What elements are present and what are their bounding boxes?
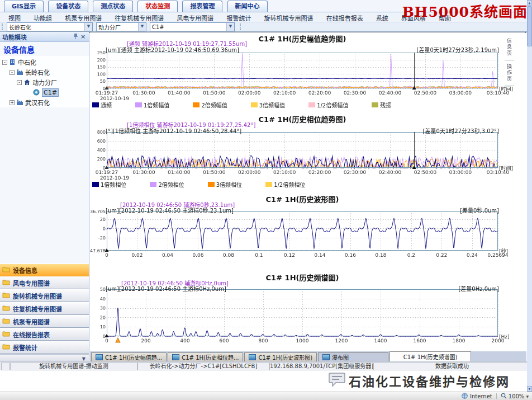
tab-gis[interactable]: GIS显示 bbox=[4, 1, 44, 12]
plant-combo[interactable]: 动力分厂 ▼ bbox=[96, 22, 146, 31]
factory-icon bbox=[16, 69, 23, 76]
legend-item: 1倍频相位 bbox=[92, 180, 126, 189]
status-bar: 旋转机械专用图谱-振动监测 长岭石化->动力分厂->C1#[CLSHDLCFB]… bbox=[0, 361, 532, 370]
phase-trend-panel: C1# 1H(历史相位趋势图) [1倍频相位 辅游标2012-10-19 01:… bbox=[90, 113, 525, 193]
legend-item: 1/2倍频相位 bbox=[265, 180, 305, 189]
tab-report-manage[interactable]: 报表管理 bbox=[182, 1, 222, 12]
company-icon bbox=[9, 59, 16, 65]
tree-toggle-icon[interactable]: - bbox=[2, 60, 7, 65]
close-icon[interactable]: × bbox=[79, 33, 87, 40]
plant-icon bbox=[23, 79, 31, 86]
tab-waterfall[interactable]: 瀑布图 bbox=[318, 352, 388, 361]
scroll-up-icon[interactable]: ▲ bbox=[527, 0, 532, 6]
callout-icon bbox=[329, 372, 345, 389]
legend-swatch bbox=[208, 182, 215, 187]
tab-news-center[interactable]: 新闻中心 bbox=[227, 1, 268, 12]
nav-rotary-charts[interactable]: 旋转机械专用图谱 bbox=[0, 289, 89, 302]
tree-node-label: 武汉石化 bbox=[25, 98, 50, 107]
tree-node-c1[interactable]: C1# bbox=[0, 87, 89, 97]
tree-node-label: C1# bbox=[42, 88, 59, 97]
device-icon bbox=[33, 89, 40, 96]
legend-swatch bbox=[193, 102, 200, 107]
legend-swatch bbox=[135, 102, 142, 107]
tree-toggle-icon bbox=[26, 90, 31, 95]
side-page-tabs: 信息页 操作页 bbox=[505, 35, 515, 86]
cursor-delta-readout: [差量0Hz,0um] bbox=[458, 284, 499, 293]
tab-point-status[interactable]: 测点状态 bbox=[93, 1, 133, 12]
legend-swatch bbox=[150, 182, 156, 187]
operation-page-tab[interactable]: 操作页 bbox=[505, 60, 514, 86]
tab-condition-monitor[interactable]: 状态监测 bbox=[137, 1, 178, 12]
toolbar-grip[interactable] bbox=[240, 23, 243, 30]
chevron-down-icon[interactable]: ▼ bbox=[84, 23, 92, 31]
pin-icon[interactable] bbox=[72, 33, 79, 41]
nav-button-label: 往复机械专用图谱 bbox=[13, 304, 62, 313]
legend-swatch bbox=[308, 102, 315, 107]
scroll-down-icon[interactable]: ▼ bbox=[527, 386, 532, 392]
legend-item: 3倍频幅值 bbox=[251, 101, 285, 109]
main-cursor-readout: [um][2012-10-19 02:46:50 主游标0秒,23.1um] bbox=[106, 206, 234, 214]
device-tree: - 中石化 - 长岭石化 - 动力分厂 C1# + bbox=[0, 56, 89, 107]
tree-node-wuhan[interactable]: + 武汉石化 bbox=[0, 97, 89, 107]
watermark-text: 石油化工设备维护与检修网 bbox=[349, 371, 510, 389]
company-combo[interactable]: 长岭石化 ▼ bbox=[7, 22, 93, 31]
tab-spectrum[interactable]: C1# 1H(历史频谱图) bbox=[390, 351, 471, 361]
zoom-dropdown-icon[interactable]: ▼ bbox=[526, 394, 529, 398]
tab-waveform[interactable]: C1# 1H(历史波形图) bbox=[244, 352, 317, 361]
tree-node-power-plant[interactable]: - 动力分厂 bbox=[0, 77, 89, 87]
folder-icon bbox=[2, 279, 10, 287]
sidebar: 功能模块 × 设备信息 - 中石化 - 长岭石化 - 动力分厂 bbox=[0, 32, 89, 363]
tree-toggle-icon[interactable]: - bbox=[10, 70, 15, 75]
watermark: 石油化工设备维护与检修网 bbox=[329, 371, 510, 389]
chart-legend: 1倍频相位2倍频相位3倍频相位1/2倍频相位 bbox=[92, 180, 329, 189]
page-title: BH5000系统画面 bbox=[402, 1, 528, 21]
chart-tab-label: C1# 1H(历史波形图) bbox=[258, 353, 312, 361]
tree-toggle-icon[interactable]: + bbox=[10, 100, 15, 105]
nav-button-label: 设备信息 bbox=[13, 266, 37, 275]
legend-item: 通频 bbox=[92, 101, 112, 109]
sidebar-panel-title: 功能模块 bbox=[2, 32, 27, 41]
plant-combo-value: 动力分厂 bbox=[97, 23, 138, 31]
chevron-down-icon[interactable]: ▼ bbox=[138, 23, 146, 31]
tab-amplitude-trend[interactable]: C1# 1H(历史幅值趋... bbox=[91, 352, 167, 361]
device-info-title: 设备信息 bbox=[0, 42, 89, 56]
toolbar-grip[interactable] bbox=[2, 23, 5, 30]
nav-recip-charts[interactable]: 往复机械专用图谱 bbox=[0, 302, 89, 315]
page-scrollbar[interactable]: ▲ ▼ bbox=[527, 0, 532, 392]
legend-item: 1/2倍频幅值 bbox=[308, 101, 348, 109]
chart-legend: 通频1倍频幅值2倍频幅值3倍频幅值1/2倍频幅值残振 bbox=[92, 101, 415, 109]
tree-node-sinopec[interactable]: - 中石化 bbox=[0, 57, 89, 67]
selection-toolbar: 长岭石化 ▼ 动力分厂 ▼ C1# ▼ bbox=[0, 22, 532, 32]
chart-tab-label: C1# 1H(历史相位趋... bbox=[182, 353, 239, 361]
nav-online-reports[interactable]: 在线报告报表 bbox=[0, 328, 89, 341]
status-device-path: 长岭石化->动力分厂->C1#[CLSHDLCFB] bbox=[137, 363, 269, 370]
scrollbar-thumb[interactable] bbox=[527, 6, 532, 46]
legend-swatch bbox=[372, 102, 378, 107]
tree-toggle-icon[interactable]: - bbox=[17, 80, 22, 85]
sidebar-header: 功能模块 × bbox=[0, 32, 89, 42]
nav-button-label: 报警统计 bbox=[13, 343, 37, 352]
cursor-delta-readout: [差量0秒,0um] bbox=[460, 206, 499, 214]
chart-tab-label: C1# 1H(历史幅值趋... bbox=[105, 353, 162, 361]
tree-node-label: 中石化 bbox=[18, 58, 36, 67]
info-page-tab[interactable]: 信息页 bbox=[505, 35, 514, 60]
nav-pump-charts[interactable]: 机泵专用图谱 bbox=[0, 315, 89, 328]
tab-device-status[interactable]: 设备状态 bbox=[48, 1, 88, 12]
nav-device-info[interactable]: 设备信息 bbox=[0, 263, 89, 276]
trend-chart-icon bbox=[172, 354, 179, 360]
main-cursor-readout: [um][2012-10-19 02:46:50 主游标0Hz,0um] bbox=[106, 284, 226, 293]
legend-swatch bbox=[92, 182, 99, 187]
waveform-panel: C1# 1H(历史波形图) [2012-10-19 02:46:50 辅游标0秒… bbox=[90, 193, 525, 271]
tree-node-changling[interactable]: - 长岭石化 bbox=[0, 67, 89, 77]
nav-alarm-stats[interactable]: 报警统计 bbox=[0, 341, 89, 354]
main-cursor-readout: [um][通频 主游标2012-10-19 02:46:50,69.36um] bbox=[106, 45, 239, 54]
zoom-level[interactable]: 100% bbox=[509, 393, 525, 399]
main-cursor-readout: [°][1倍频相位 主游标2012-10-19 02:46:50,28.44°] bbox=[106, 126, 241, 135]
waterfall-chart-icon bbox=[322, 354, 330, 360]
nav-wind-charts[interactable]: 风电专用图谱 bbox=[0, 276, 89, 289]
browser-status-bar: Internet 100% ▼ bbox=[0, 392, 532, 400]
tab-phase-trend[interactable]: C1# 1H(历史相位趋... bbox=[168, 352, 243, 361]
nav-button-label: 风电专用图谱 bbox=[13, 279, 50, 288]
device-combo[interactable]: C1# ▼ bbox=[150, 22, 235, 31]
chevron-down-icon[interactable]: ▼ bbox=[226, 23, 234, 31]
